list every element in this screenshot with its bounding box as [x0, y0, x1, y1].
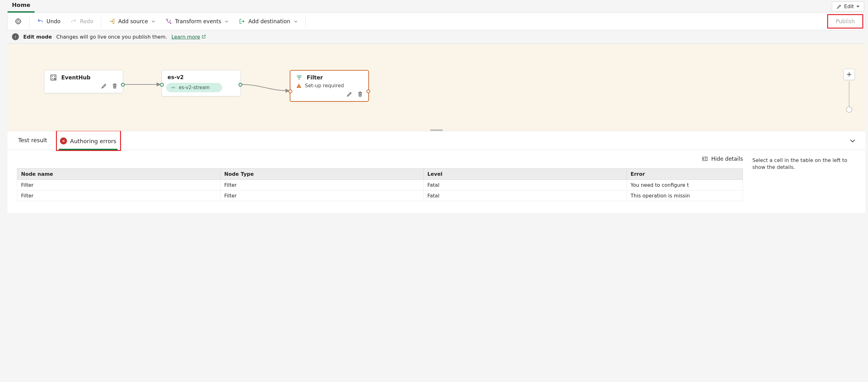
trash-icon	[112, 83, 118, 89]
hide-details-label: Hide details	[711, 156, 743, 162]
col-error[interactable]: Error	[627, 169, 743, 180]
toolbar: Undo Redo Add source Transform events Ad…	[7, 12, 866, 30]
table-row[interactable]: Filter Filter Fatal This operation is mi…	[17, 190, 743, 201]
node-title: Filter	[307, 74, 323, 81]
edit-dropdown-label: Edit	[844, 3, 854, 9]
output-port[interactable]	[239, 83, 242, 86]
add-source-icon	[109, 18, 115, 25]
tab-authoring-errors[interactable]: ✕ Authoring errors	[59, 133, 118, 150]
chevron-down-icon	[224, 19, 229, 24]
tab-home[interactable]: Home	[7, 0, 35, 12]
add-source-label: Add source	[118, 18, 148, 25]
col-node-type[interactable]: Node Type	[220, 169, 424, 180]
tab-test-result[interactable]: Test result	[17, 132, 49, 149]
detail-placeholder-message: Select a cell in the table on the left t…	[752, 156, 856, 203]
design-canvas[interactable]: EventHub es-v2 es-v2-stream F	[7, 44, 866, 131]
caret-down-icon	[856, 6, 860, 7]
settings-button[interactable]	[10, 16, 26, 27]
info-icon: i	[12, 33, 19, 40]
transform-events-label: Transform events	[175, 18, 221, 25]
filter-icon	[296, 74, 302, 81]
svg-rect-6	[54, 78, 55, 79]
stream-pill-label: es-v2-stream	[179, 85, 210, 91]
plus-icon	[846, 72, 852, 77]
separator	[29, 16, 30, 27]
cell-error[interactable]: This operation is missin	[627, 190, 743, 201]
svg-point-5	[52, 78, 53, 79]
svg-point-1	[170, 23, 171, 24]
cell-node-name[interactable]: Filter	[17, 180, 221, 190]
separator	[101, 16, 101, 27]
delete-node-button[interactable]	[111, 82, 119, 90]
node-eventhub[interactable]: EventHub	[44, 70, 123, 93]
cell-error[interactable]: You need to configure t	[627, 180, 743, 190]
input-port[interactable]	[160, 83, 164, 86]
banner-message: Changes will go live once you publish th…	[56, 34, 167, 40]
stream-icon	[170, 85, 176, 90]
cell-node-name[interactable]: Filter	[17, 190, 221, 201]
stream-pill[interactable]: es-v2-stream	[166, 83, 222, 92]
add-destination-label: Add destination	[248, 18, 290, 25]
edit-mode-banner: i Edit mode Changes will go live once yo…	[7, 30, 866, 44]
col-node-name[interactable]: Node name	[17, 169, 221, 180]
chevron-down-icon	[849, 137, 856, 144]
cell-node-type[interactable]: Filter	[220, 180, 424, 190]
output-port[interactable]	[121, 83, 125, 86]
hide-details-button[interactable]: Hide details	[17, 156, 743, 162]
panel-resize-handle[interactable]	[430, 129, 443, 131]
learn-more-link[interactable]: Learn more	[172, 34, 206, 40]
chevron-down-icon	[151, 19, 156, 24]
panel-collapse-icon	[702, 156, 708, 162]
pencil-icon	[347, 91, 352, 97]
add-node-button[interactable]	[843, 69, 855, 80]
node-title: EventHub	[61, 74, 91, 81]
cell-node-type[interactable]: Filter	[220, 190, 424, 201]
add-destination-button[interactable]: Add destination	[235, 16, 302, 26]
learn-more-label: Learn more	[172, 34, 200, 40]
node-es-v2[interactable]: es-v2 es-v2-stream	[161, 70, 241, 96]
cell-level[interactable]: Fatal	[424, 190, 627, 201]
undo-label: Undo	[46, 18, 60, 25]
tab-authoring-errors-label: Authoring errors	[70, 138, 116, 144]
errors-table[interactable]: Node name Node Type Level Error Filter F…	[17, 168, 743, 201]
error-icon: ✕	[60, 137, 67, 144]
external-link-icon	[202, 35, 206, 39]
svg-point-3	[52, 76, 53, 77]
redo-label: Redo	[80, 18, 93, 25]
bottom-panel: Test result ✕ Authoring errors Hide deta…	[7, 131, 866, 213]
undo-button[interactable]: Undo	[33, 16, 65, 26]
delete-node-button[interactable]	[356, 91, 364, 98]
node-status: Set-up required	[305, 82, 344, 89]
output-port[interactable]	[366, 90, 370, 93]
collapse-panel-button[interactable]	[849, 137, 856, 144]
publish-button[interactable]: Publish	[827, 14, 863, 29]
undo-icon	[37, 18, 43, 25]
svg-point-4	[54, 76, 55, 77]
eventhub-icon	[50, 74, 57, 81]
input-port[interactable]	[288, 90, 292, 93]
cell-level[interactable]: Fatal	[424, 180, 627, 190]
add-source-button[interactable]: Add source	[104, 16, 160, 26]
zoom-slider-thumb[interactable]	[846, 106, 852, 113]
transform-events-button[interactable]: Transform events	[161, 16, 233, 26]
warning-icon	[296, 83, 302, 89]
pencil-icon	[837, 4, 842, 9]
col-level[interactable]: Level	[424, 169, 627, 180]
svg-point-0	[166, 19, 167, 20]
node-filter[interactable]: Filter Set-up required	[290, 70, 369, 102]
table-header-row: Node name Node Type Level Error	[17, 169, 743, 180]
edit-node-button[interactable]	[100, 82, 108, 90]
redo-button[interactable]: Redo	[66, 16, 98, 26]
redo-icon	[70, 18, 77, 25]
pencil-icon	[101, 83, 107, 89]
table-row[interactable]: Filter Filter Fatal You need to configur…	[17, 180, 743, 190]
banner-title: Edit mode	[23, 34, 52, 40]
edit-dropdown[interactable]: Edit	[832, 2, 864, 11]
node-title: es-v2	[167, 74, 184, 80]
add-destination-icon	[239, 18, 245, 25]
chevron-down-icon	[293, 19, 298, 24]
transform-icon	[166, 18, 172, 25]
svg-point-7	[299, 86, 299, 87]
edit-node-button[interactable]	[346, 91, 353, 98]
trash-icon	[357, 91, 363, 97]
